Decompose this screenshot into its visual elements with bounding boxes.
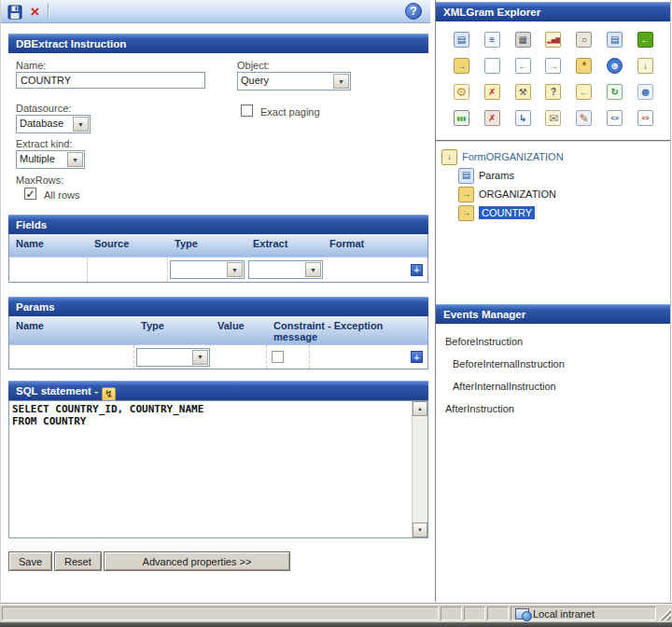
- params-row-type-select[interactable]: [136, 348, 210, 367]
- status-zone-panel: Local intranet: [511, 606, 656, 620]
- fields-type-dropdown-arrow-icon[interactable]: [227, 262, 243, 277]
- reset-button[interactable]: Reset: [54, 551, 102, 571]
- search-icon[interactable]: ○: [576, 32, 592, 48]
- scroll-up-icon[interactable]: [413, 401, 427, 416]
- params-copy-icon[interactable]: ▤: [607, 32, 623, 48]
- datasource-selected-value: Database: [17, 116, 72, 132]
- tree-item-label[interactable]: ORGANIZATION: [479, 188, 556, 200]
- tree-item-organization[interactable]: →ORGANIZATION: [458, 185, 564, 203]
- no-build-icon[interactable]: ✗: [484, 110, 500, 126]
- fields-row-extract-select[interactable]: [248, 260, 323, 279]
- tree-item-params[interactable]: ▤Params: [458, 166, 564, 185]
- tree-item-label[interactable]: COUNTRY: [479, 206, 535, 219]
- extract-kind-label: Extract kind:: [16, 138, 73, 149]
- gear-icon[interactable]: ⚙: [454, 84, 469, 100]
- import-icon[interactable]: ←: [637, 32, 653, 48]
- fields-extract-dropdown-arrow-icon[interactable]: [305, 262, 321, 277]
- import-left-icon[interactable]: ←: [576, 84, 592, 100]
- close-icon[interactable]: ×: [27, 4, 43, 20]
- sql-statement-textarea[interactable]: SELECT COUNTRY_ID, COUNTRY_NAME FROM COU…: [12, 403, 409, 536]
- advanced-properties-button[interactable]: Advanced properties >>: [104, 551, 290, 571]
- tree-item-country[interactable]: →COUNTRY: [458, 203, 564, 222]
- sql-section-header: SQL statement -↯: [8, 381, 428, 400]
- doc-export-icon[interactable]: →: [545, 58, 561, 74]
- object-select[interactable]: Query: [237, 72, 351, 91]
- xml-gear-icon[interactable]: <>: [607, 110, 623, 126]
- dbextract-header: DBExtract Instruction: [8, 34, 428, 53]
- explorer-toolbar-grid: ▤≡▦▂▅▇○▤←→←→*⊕↓⚙✗⚒?←↻☻▮▮▮✗↳✉✎<><>: [446, 32, 661, 126]
- datasource-select[interactable]: Database: [16, 115, 91, 133]
- user-icon[interactable]: ☻: [637, 84, 653, 100]
- event-item-afterinternalinstruction[interactable]: AfterInternalInstruction: [445, 375, 565, 397]
- fields-table: Name Source Type Extract Format: [8, 234, 428, 283]
- fields-section-header: Fields: [8, 215, 428, 234]
- build-import-icon[interactable]: ⚒: [515, 84, 531, 100]
- params-constraint-checkbox[interactable]: [272, 351, 284, 363]
- xml-export-icon[interactable]: <>: [637, 110, 653, 126]
- form-icon: ↓: [441, 149, 457, 165]
- tree-item-label[interactable]: Params: [479, 170, 514, 181]
- fields-add-row-button[interactable]: [411, 264, 423, 276]
- params-section-header: Params: [8, 297, 428, 316]
- tree-item-label[interactable]: FormORGANIZATION: [462, 151, 564, 162]
- sql-header-label: SQL statement -: [16, 385, 98, 397]
- chart-icon[interactable]: ▂▅▇: [545, 32, 561, 48]
- fields-col-format: Format: [323, 234, 427, 251]
- web-service-icon[interactable]: ⊕: [607, 58, 623, 74]
- event-item-afterinstruction[interactable]: AfterInstruction: [445, 397, 565, 420]
- extract-kind-dropdown-arrow-icon[interactable]: [67, 152, 83, 167]
- sql-scrollbar[interactable]: [412, 401, 427, 537]
- refresh-icon[interactable]: ↻: [607, 84, 623, 100]
- status-panel-1: [441, 606, 462, 620]
- design-tools-icon[interactable]: ✎: [576, 110, 592, 126]
- db-export-icon: →: [458, 205, 474, 221]
- exact-paging-checkbox[interactable]: [241, 104, 253, 117]
- fields-col-type: Type: [168, 234, 246, 251]
- params-add-row-button[interactable]: [411, 351, 423, 363]
- memory-chip-icon[interactable]: ▦: [515, 32, 531, 48]
- params-type-dropdown-arrow-icon[interactable]: [192, 350, 208, 365]
- fields-col-source: Source: [88, 234, 168, 251]
- event-item-beforeinternalinstruction[interactable]: BeforeInternalInstruction: [445, 353, 565, 375]
- fields-row-type-select[interactable]: [170, 260, 245, 279]
- doc-flow-icon[interactable]: ↳: [515, 110, 531, 126]
- status-bar: Local intranet: [0, 603, 672, 622]
- scroll-down-icon[interactable]: [413, 522, 427, 537]
- db-export-icon[interactable]: →: [454, 58, 469, 74]
- name-input[interactable]: [16, 72, 205, 89]
- tree-item-formorganization[interactable]: ↓FormORGANIZATION: [441, 147, 564, 166]
- find-import-icon[interactable]: ?: [545, 84, 561, 100]
- fields-col-name: Name: [9, 234, 88, 251]
- params-row-value-cell[interactable]: [211, 345, 267, 369]
- docs-update-icon[interactable]: ↓: [637, 58, 653, 74]
- all-rows-checkbox[interactable]: ✓: [24, 188, 36, 200]
- xmlgram-tree: ↓FormORGANIZATION▤Params→ORGANIZATION→CO…: [441, 147, 564, 222]
- fields-column-headers: Name Source Type Extract Format: [9, 234, 427, 257]
- new-document-icon[interactable]: [484, 58, 500, 74]
- sql-edit-icon[interactable]: ↯: [102, 387, 116, 401]
- all-rows-label: All rows: [44, 189, 80, 201]
- zone-text: Local intranet: [533, 608, 595, 620]
- window-bottom-edge: [0, 622, 672, 627]
- datasource-label: Datasource:: [16, 103, 71, 114]
- doc-import-icon[interactable]: ←: [515, 58, 531, 74]
- db-wizard-icon[interactable]: *: [576, 58, 592, 74]
- delete-import-icon[interactable]: ✗: [484, 84, 500, 100]
- mail-icon[interactable]: ✉: [545, 110, 561, 126]
- object-dropdown-arrow-icon[interactable]: [333, 74, 349, 89]
- fields-row-name-cell[interactable]: [9, 258, 88, 282]
- status-panel-3: [487, 606, 509, 620]
- event-item-beforeinstruction[interactable]: BeforeInstruction: [445, 330, 565, 353]
- datasource-dropdown-arrow-icon[interactable]: [73, 117, 89, 132]
- extract-kind-select[interactable]: Multiple: [16, 150, 85, 169]
- params-column-headers: Name Type Value Constraint - Exception m…: [9, 316, 427, 344]
- params-row-name-cell[interactable]: [9, 345, 134, 369]
- resize-grip[interactable]: [657, 606, 671, 620]
- save-button[interactable]: Save: [8, 551, 52, 571]
- document-icon[interactable]: ≡: [484, 32, 500, 48]
- fields-row-source-cell[interactable]: [88, 258, 168, 282]
- help-icon[interactable]: ?: [405, 3, 422, 20]
- save-icon[interactable]: [7, 4, 22, 20]
- progress-icon[interactable]: ▮▮▮: [454, 110, 469, 126]
- params-form-icon[interactable]: ▤: [454, 32, 469, 48]
